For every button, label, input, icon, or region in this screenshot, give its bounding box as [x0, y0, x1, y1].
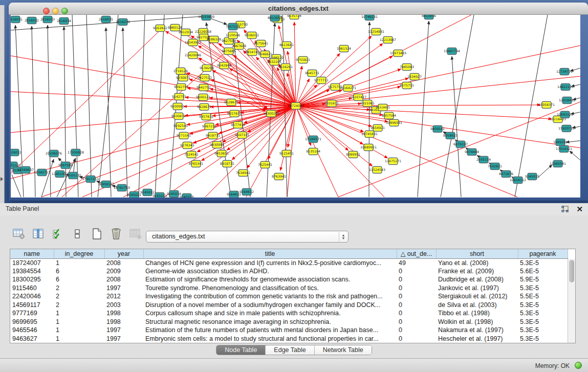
graph-node[interactable]: 9245011	[127, 192, 141, 198]
graph-node[interactable]: 14822131	[557, 84, 574, 91]
graph-node[interactable]: 1989291	[553, 139, 568, 146]
table-cell[interactable]: 2012	[104, 292, 143, 301]
graph-node[interactable]: 10746231	[361, 15, 378, 20]
table-cell[interactable]: Yano et al. (2008)	[436, 258, 518, 267]
float-window-icon[interactable]	[561, 205, 569, 213]
graph-node[interactable]: 12018431	[559, 97, 575, 104]
table-row[interactable]: 946554611997Estimation of the future num…	[10, 326, 568, 335]
graph-node[interactable]: 16107427	[350, 94, 366, 101]
table-cell[interactable]: 6	[54, 275, 104, 284]
table-cell[interactable]: Estimation of significance thresholds fo…	[143, 275, 397, 284]
table-cell[interactable]: Disruption of a novel member of a sodium…	[143, 301, 397, 310]
graph-node[interactable]: 2616036	[116, 19, 130, 26]
table-cell[interactable]: Hescheler et al. (1997)	[436, 335, 518, 343]
table-cell[interactable]: 5.3E-5	[518, 309, 568, 318]
graph-node[interactable]: 9164611	[227, 191, 241, 198]
graph-node[interactable]: 9654921	[371, 125, 385, 132]
tab-edge-table[interactable]: Edge Table	[266, 345, 314, 355]
graph-node[interactable]: 9036012	[245, 32, 259, 39]
graph-node[interactable]: 2935114	[476, 157, 491, 163]
table-cell[interactable]: 9777169	[10, 309, 54, 318]
graph-node[interactable]: 8471676	[499, 171, 513, 178]
graph-node[interactable]: 9200991	[170, 103, 185, 110]
graph-node[interactable]: 11065541	[550, 161, 566, 167]
graph-node[interactable]: 9135724	[287, 15, 301, 19]
graph-node[interactable]: 11254831	[368, 29, 384, 35]
table-cell[interactable]: 0	[397, 275, 436, 284]
table-scrollbar-thumb[interactable]	[569, 260, 574, 282]
table-row[interactable]: 911546021997Tourette syndrome. Phenomeno…	[10, 284, 568, 293]
column-header-title[interactable]: title	[143, 249, 397, 258]
graph-node[interactable]: 8765341	[189, 161, 203, 167]
table-cell[interactable]: Jankovic et al. (1997)	[436, 284, 518, 293]
graph-node[interactable]: 9453811	[214, 150, 229, 157]
column-header-in_degree[interactable]: in_degree	[54, 249, 104, 258]
table-cell[interactable]: Embryonic stem cells: a model to study s…	[143, 335, 397, 343]
new-column-icon[interactable]	[89, 226, 104, 242]
table-cell[interactable]: 1	[54, 326, 104, 335]
graph-node[interactable]: 2616034	[57, 18, 71, 25]
table-cell[interactable]: 5.6E-5	[518, 267, 568, 276]
row-selection-icon[interactable]	[70, 226, 85, 242]
table-cell[interactable]: 1	[54, 258, 104, 267]
table-cell[interactable]: 2009	[104, 267, 143, 276]
network-canvas[interactable]: 1872400791638228860128891293422226058982…	[11, 15, 580, 198]
tab-node-table[interactable]: Node Table	[216, 345, 266, 355]
graph-node[interactable]: 2326011	[11, 149, 21, 156]
table-cell[interactable]: 0	[397, 292, 436, 301]
table-cell[interactable]: 22420046	[10, 292, 54, 301]
table-cell[interactable]: 1997	[104, 326, 143, 335]
graph-node[interactable]: 9292541	[173, 123, 188, 129]
graph-node[interactable]: 8912934	[179, 29, 193, 36]
table-cell[interactable]: 0	[397, 301, 436, 310]
graph-node[interactable]: 6879197	[453, 141, 468, 148]
graph-node[interactable]: 9528671	[224, 99, 238, 106]
table-cell[interactable]: 49	[397, 258, 436, 267]
graph-node[interactable]: 9245016	[180, 194, 194, 198]
table-cell[interactable]: 5.5E-5	[518, 292, 568, 301]
graph-node[interactable]: 10896991	[386, 120, 402, 126]
table-cell[interactable]: Tibbo et al. (1998)	[436, 309, 518, 318]
table-cell[interactable]: 1997	[104, 335, 143, 343]
graph-node[interactable]: 7524541	[184, 151, 199, 158]
graph-node[interactable]: 7632621	[488, 163, 502, 170]
table-cell[interactable]: 1998	[104, 318, 143, 326]
column-header-pagerank[interactable]: pagerank	[518, 249, 568, 258]
table-row[interactable]: 969969511998Structural magnetic resonanc…	[10, 318, 568, 326]
graph-node[interactable]: 8918731	[220, 161, 234, 167]
graph-node[interactable]: 20206576	[46, 150, 62, 157]
graph-node[interactable]: 10164271	[340, 85, 356, 92]
table-cell[interactable]: 0	[397, 335, 436, 343]
table-cell[interactable]: Structural magnetic resonance image aver…	[143, 318, 397, 326]
graph-node[interactable]: 9164612	[239, 189, 254, 195]
table-cell[interactable]: 9465546	[10, 326, 54, 335]
minimize-window-button[interactable]	[52, 8, 59, 14]
table-cell[interactable]: 1997	[104, 284, 143, 293]
graph-node[interactable]: 8575641	[254, 40, 268, 47]
table-cell[interactable]: 14569117	[10, 301, 54, 310]
table-cell[interactable]: 1	[54, 318, 104, 326]
graph-node[interactable]: 16782759	[114, 185, 130, 191]
table-cell[interactable]: Dudbridge et al. (2008)	[436, 275, 518, 284]
table-cell[interactable]: 1	[54, 309, 104, 318]
table-cell[interactable]: 5.9E-5	[518, 275, 568, 284]
table-cell[interactable]: Wolkin et al. (1998)	[436, 318, 518, 326]
column-header-short[interactable]: short	[436, 249, 518, 258]
table-cell[interactable]: Franke et al. (2009)	[436, 267, 518, 276]
show-hide-columns-icon[interactable]	[31, 226, 46, 242]
graph-node[interactable]: 8575751	[400, 82, 414, 89]
graph-node[interactable]: 12342757	[34, 169, 50, 176]
graph-node[interactable]: 10689911	[360, 144, 377, 151]
graph-node[interactable]: 8957584	[382, 113, 396, 119]
table-cell[interactable]: 2	[54, 292, 104, 301]
graph-node[interactable]: 9367231	[202, 123, 216, 130]
graph-node[interactable]: 15184571	[305, 136, 321, 143]
table-cell[interactable]: 5.3E-5	[518, 318, 568, 326]
table-cell[interactable]: Corpus callosum shape and size in male p…	[143, 309, 397, 318]
table-cell[interactable]: Changes of HCN gene expression and I(f) …	[143, 258, 397, 267]
select-all-icon[interactable]	[50, 226, 66, 242]
table-cell[interactable]: 5.3E-5	[518, 335, 568, 343]
graph-node[interactable]: 9600121	[196, 94, 210, 101]
graph-node[interactable]: 9777711	[314, 77, 329, 84]
graph-node[interactable]: 19487794	[444, 48, 460, 55]
